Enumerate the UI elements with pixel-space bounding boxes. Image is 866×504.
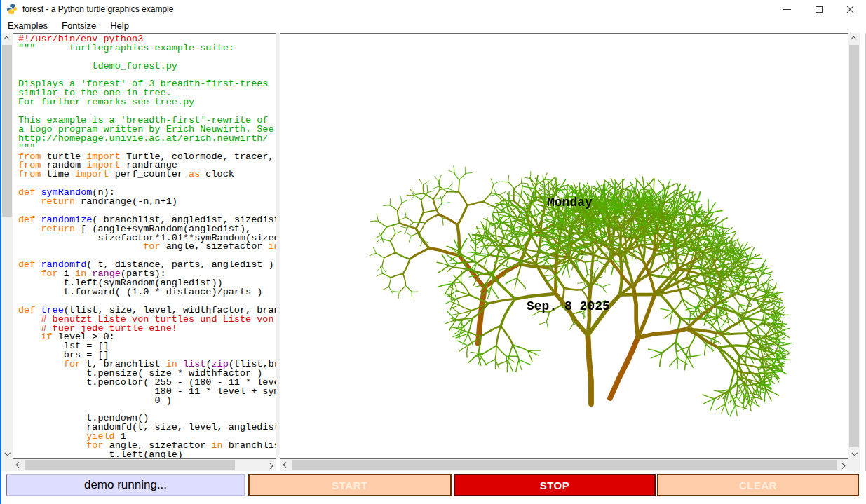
stop-button[interactable]: STOP xyxy=(454,474,656,496)
canvas-vscroll-down-arrow[interactable] xyxy=(848,448,860,459)
canvas-hscroll-thumb[interactable] xyxy=(292,460,837,470)
code-vscrollbar[interactable] xyxy=(1,33,13,459)
python-turtle-icon xyxy=(6,4,18,15)
canvas-vscroll-thumb[interactable] xyxy=(849,45,859,447)
code-hscroll-thumb[interactable] xyxy=(25,460,235,470)
canvas-vscrollbar[interactable] xyxy=(848,33,860,459)
code-line: For further remarks see tree.py xyxy=(18,98,276,107)
canvas-date-label: Sep. 8 2025 xyxy=(527,299,610,313)
chevron-left-icon xyxy=(283,462,288,468)
code-line: for angle, sizefactor in branchlist ] xyxy=(18,243,276,252)
code-text[interactable]: #!/usr/bin/env python3""" turtlegraphics… xyxy=(13,33,276,459)
code-line: from time import perf_counter as clock xyxy=(18,170,276,179)
code-line: 0 ) xyxy=(18,397,276,406)
chevron-down-icon xyxy=(4,450,10,456)
chevron-left-icon xyxy=(15,462,21,468)
canvas-hscroll-left-arrow[interactable] xyxy=(280,459,291,471)
menu-item-fontsize[interactable]: Fontsize xyxy=(55,18,103,33)
code-hscrollbar[interactable] xyxy=(13,459,276,471)
maximize-button[interactable] xyxy=(803,0,834,18)
chevron-right-icon xyxy=(839,463,845,468)
minimize-icon xyxy=(783,9,791,10)
window-title: forest - a Python turtle graphics exampl… xyxy=(22,4,173,14)
canvas-hscrollbar[interactable] xyxy=(280,459,848,471)
chevron-up-icon xyxy=(4,36,9,41)
code-hscroll-left-arrow[interactable] xyxy=(13,459,24,471)
chevron-up-icon xyxy=(851,36,856,41)
bottom-bar: demo running... START STOP CLEAR xyxy=(1,471,866,504)
menu-bar: Examples Fontsize Help xyxy=(1,18,866,33)
minimize-button[interactable] xyxy=(771,0,803,18)
scrollbar-corner xyxy=(848,459,860,471)
code-line: return randrange(-n,n+1) xyxy=(18,198,276,207)
canvas-weekday-label: Monday xyxy=(547,196,593,210)
code-line: t.forward( (1.0 * distance)/parts ) xyxy=(18,288,276,297)
start-button[interactable]: START xyxy=(248,474,452,496)
menu-item-examples[interactable]: Examples xyxy=(1,18,55,33)
chevron-right-icon xyxy=(267,463,273,468)
graphics-pane: Monday Sep. 8 2025 xyxy=(280,33,848,459)
code-hscroll-right-arrow[interactable] xyxy=(265,459,276,471)
title-bar: forest - a Python turtle graphics exampl… xyxy=(1,0,866,18)
code-line: tdemo_forest.py xyxy=(18,62,276,71)
scrollbar-corner xyxy=(1,459,13,471)
maximize-icon xyxy=(816,6,823,13)
canvas-vscroll-up-arrow[interactable] xyxy=(848,33,860,44)
turtle-drawing-canvas xyxy=(280,34,848,458)
clear-button[interactable]: CLEAR xyxy=(657,474,859,496)
canvas-hscroll-right-arrow[interactable] xyxy=(837,459,848,471)
app-window: forest - a Python turtle graphics exampl… xyxy=(0,0,866,504)
menu-item-help[interactable]: Help xyxy=(103,18,136,33)
close-icon xyxy=(846,5,855,14)
status-label: demo running... xyxy=(6,474,245,496)
code-vscroll-up-arrow[interactable] xyxy=(1,33,13,44)
code-line: http://homepage.univie.ac.at/erich.neuwi… xyxy=(18,135,276,144)
code-line: """ turtlegraphics-example-suite: xyxy=(18,44,276,53)
code-vscroll-down-arrow[interactable] xyxy=(1,448,13,459)
code-vscroll-thumb[interactable] xyxy=(2,45,12,217)
close-button[interactable] xyxy=(834,0,866,18)
chevron-down-icon xyxy=(851,450,857,456)
window-controls xyxy=(771,0,866,18)
